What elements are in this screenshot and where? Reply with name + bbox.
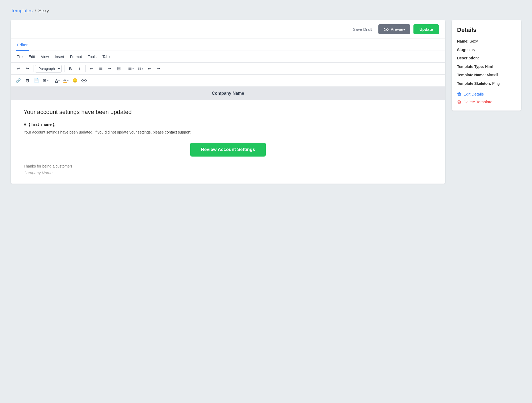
link-button[interactable]: 🔗 (14, 76, 22, 85)
font-color-chevron: ▾ (58, 79, 60, 82)
email-body: Your account settings have been updated … (11, 100, 445, 184)
breadcrumb-current: Sexy (38, 8, 49, 14)
menu-view[interactable]: View (38, 53, 52, 60)
email-company-name-bar: Company Name (11, 87, 445, 100)
details-template-skeleton-value: Ping (492, 81, 500, 86)
details-template-name-row: Template Name: Airmail (457, 73, 516, 78)
align-left-button[interactable]: ⇤ (87, 64, 96, 73)
details-slug-value: sexy (468, 48, 475, 52)
menu-format[interactable]: Format (67, 53, 85, 60)
breadcrumb-separator: / (35, 8, 36, 14)
image-button[interactable]: 🖼 (23, 76, 32, 85)
svg-point-3 (83, 80, 85, 81)
italic-button[interactable]: I (75, 64, 84, 73)
email-preview: Company Name Your account settings have … (11, 87, 445, 184)
email-body-text: Your account settings have been updated.… (24, 129, 432, 135)
preview-toggle-button[interactable] (80, 76, 88, 85)
toolbar-row-2: 🔗 🖼 📄 ⊞ ▾ A ▾ ✏ ▾ 🙂 (11, 75, 445, 87)
bold-button[interactable]: B (66, 64, 75, 73)
menu-insert[interactable]: Insert (52, 53, 67, 60)
eye-icon-toolbar (81, 79, 87, 82)
update-button[interactable]: Update (413, 24, 439, 34)
align-center-button[interactable]: ☰ (96, 64, 105, 73)
breadcrumb: Templates / Sexy (11, 8, 521, 14)
toolbar-separator-1 (33, 65, 33, 72)
details-template-name-value: Airmail (487, 73, 498, 77)
font-color-icon: A (55, 78, 58, 83)
highlight-chevron: ▾ (67, 79, 69, 82)
table-button[interactable]: ⊞ ▾ (41, 77, 50, 84)
preview-button[interactable]: Preview (378, 24, 410, 34)
justify-button[interactable]: ▤ (115, 64, 123, 73)
svg-point-1 (386, 29, 387, 30)
menu-tools[interactable]: Tools (85, 53, 99, 60)
editor-panel: Save Draft Preview Update Editor File Ed… (11, 20, 445, 184)
paragraph-select[interactable]: Paragraph Heading 1 Heading 2 (35, 65, 62, 73)
review-account-settings-button[interactable]: Review Account Settings (190, 143, 266, 157)
email-company-signature: Company Name (24, 170, 432, 175)
details-slug-row: Slug: sexy (457, 47, 516, 53)
edit-details-link[interactable]: Edit Details (457, 92, 516, 96)
details-name-value: Sexy (470, 39, 478, 43)
main-layout: Save Draft Preview Update Editor File Ed… (11, 20, 521, 184)
document-button[interactable]: 📄 (32, 76, 41, 85)
email-cta-wrapper: Review Account Settings (24, 143, 432, 157)
breadcrumb-templates-link[interactable]: Templates (11, 8, 33, 14)
undo-button[interactable]: ↩ (14, 64, 22, 73)
indent-button[interactable]: ⇥ (154, 64, 163, 73)
email-greeting: Hi { first_name }, (24, 122, 432, 127)
trash-red-icon (457, 100, 461, 104)
details-title: Details (457, 26, 516, 33)
font-color-button[interactable]: A ▾ (54, 77, 61, 84)
editor-tabs: Editor (11, 39, 445, 51)
tab-editor[interactable]: Editor (16, 39, 29, 51)
email-thanks: Thanks for being a customer! (24, 164, 432, 168)
highlight-icon: ✏ (63, 78, 67, 83)
toolbar-row-1: ↩ ↪ Paragraph Heading 1 Heading 2 B I ⇤ … (11, 63, 445, 75)
ordered-list-button[interactable]: ☷ ▾ (136, 65, 145, 72)
email-headline: Your account settings have been updated (24, 109, 432, 116)
details-actions: Edit Details Delete Template (457, 92, 516, 104)
align-right-button[interactable]: ⇥ (105, 64, 114, 73)
eye-icon (384, 28, 389, 31)
svg-rect-7 (458, 101, 461, 103)
details-panel: Details Name: Sexy Slug: sexy Descriptio… (452, 20, 521, 111)
details-template-type-value: Html (485, 64, 493, 69)
toolbar-separator-2 (64, 65, 64, 72)
emoji-button[interactable]: 🙂 (71, 76, 79, 85)
menu-file[interactable]: File (14, 53, 25, 60)
trash-blue-icon (457, 92, 461, 96)
details-template-type-row: Template Type: Html (457, 64, 516, 70)
highlight-button[interactable]: ✏ ▾ (62, 77, 70, 84)
redo-button[interactable]: ↪ (23, 64, 32, 73)
menubar: File Edit View Insert Format Tools Table (11, 51, 445, 63)
top-toolbar: Save Draft Preview Update (11, 20, 445, 39)
menu-table[interactable]: Table (100, 53, 114, 60)
details-template-skeleton-row: Template Skeleton: Ping (457, 81, 516, 86)
svg-rect-4 (458, 93, 461, 96)
menu-edit[interactable]: Edit (26, 53, 38, 60)
details-description-row: Description: (457, 56, 516, 61)
save-draft-button[interactable]: Save Draft (350, 25, 375, 34)
details-name-row: Name: Sexy (457, 39, 516, 44)
toolbar-separator-4 (125, 65, 125, 72)
contact-support-link[interactable]: contact support (165, 130, 191, 134)
delete-template-link[interactable]: Delete Template (457, 100, 516, 104)
toolbar-separator-3 (85, 65, 86, 72)
unordered-list-button[interactable]: ☰ ▾ (127, 65, 135, 72)
toolbar-separator-5 (52, 77, 52, 84)
outdent-button[interactable]: ⇤ (145, 64, 154, 73)
